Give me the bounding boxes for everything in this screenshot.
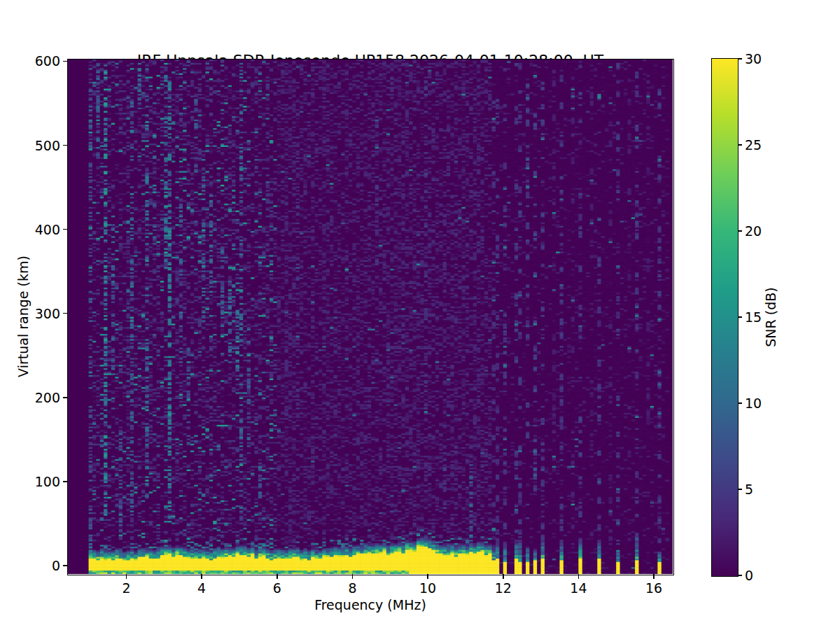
x-tick-label: 10: [419, 582, 436, 595]
x-tick-mark: [276, 574, 278, 579]
x-tick-mark: [503, 574, 504, 579]
y-tick-label: 100: [35, 475, 60, 488]
y-tick-mark: [63, 61, 68, 62]
x-tick-label: 8: [348, 582, 356, 595]
x-tick-mark: [126, 574, 127, 579]
colorbar-tick-mark: [738, 58, 742, 59]
colorbar-tick-mark: [738, 489, 742, 490]
y-tick-label: 300: [35, 307, 60, 320]
y-tick-label: 0: [52, 559, 60, 572]
colorbar-tick-label: 0: [745, 569, 753, 582]
colorbar-tick-label: 5: [745, 483, 753, 496]
colorbar-tick-label: 15: [745, 311, 762, 324]
x-tick-mark: [578, 574, 580, 579]
x-tick-mark: [201, 574, 202, 579]
x-tick-label: 12: [495, 582, 512, 595]
y-tick-label: 200: [35, 391, 60, 404]
y-tick-label: 600: [35, 55, 60, 68]
x-tick-label: 16: [645, 582, 662, 595]
ionogram-heatmap: [68, 59, 673, 574]
colorbar-tick-mark: [738, 575, 742, 576]
y-tick-mark: [63, 313, 68, 314]
y-tick-label: 500: [35, 139, 60, 152]
y-axis-label: Virtual range (km): [15, 255, 31, 377]
y-tick-mark: [63, 481, 68, 482]
x-tick-mark: [352, 574, 354, 579]
colorbar-tick-mark: [738, 230, 742, 232]
colorbar-tick-mark: [738, 402, 742, 404]
colorbar-tick-label: 30: [745, 52, 762, 66]
x-tick-label: 6: [273, 582, 281, 595]
colorbar-tick-label: 20: [745, 225, 762, 238]
colorbar-tick-mark: [738, 144, 742, 146]
colorbar: [711, 58, 738, 577]
x-tick-label: 4: [197, 582, 206, 595]
x-axis-label: Frequency (MHz): [68, 597, 673, 612]
ionogram-figure: IRF Uppsala SDR Ionosonde UP158 2026-04-…: [0, 0, 840, 630]
colorbar-label: SNR (dB): [763, 287, 778, 346]
y-tick-mark: [63, 397, 68, 398]
x-tick-mark: [653, 574, 654, 579]
y-tick-mark: [63, 229, 68, 230]
y-tick-label: 400: [35, 223, 60, 236]
colorbar-tick-mark: [738, 316, 742, 318]
x-tick-label: 2: [122, 582, 130, 595]
x-tick-mark: [427, 574, 428, 579]
colorbar-tick-label: 10: [745, 397, 762, 410]
x-tick-label: 14: [570, 582, 587, 595]
y-tick-mark: [63, 145, 68, 146]
colorbar-tick-label: 25: [745, 139, 762, 152]
y-tick-mark: [63, 565, 68, 566]
